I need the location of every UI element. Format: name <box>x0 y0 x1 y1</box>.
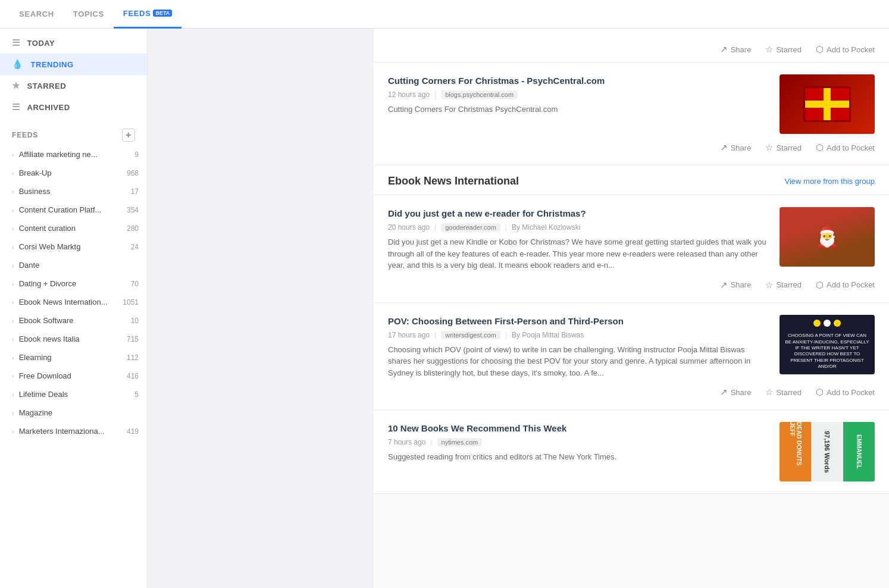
time-ago: 17 hours ago <box>388 331 430 339</box>
feed-list-item[interactable]: › Business 17 <box>0 182 147 201</box>
feed-name: Content Curation Platf... <box>19 205 122 214</box>
chevron-icon: › <box>12 188 14 195</box>
sidebar-item-today[interactable]: ☰ TODAY <box>0 32 147 54</box>
sidebar-item-trending[interactable]: 💧 TRENDING <box>0 54 147 75</box>
main-layout: ☰ TODAY 💧 TRENDING ★ STARRED ☰ ARCHIVED … <box>0 29 889 588</box>
feed-list-item[interactable]: › Affiliate marketing ne... 9 <box>0 145 147 164</box>
feeds-section-header: FEEDS + <box>0 121 147 145</box>
feed-name: Corsi Web Marktg <box>19 242 126 251</box>
feed-name: Magazine <box>19 408 139 417</box>
article-actions-2: ↗ Share ☆ Starred ⬡ Add to Pocket <box>388 379 875 398</box>
share-button-0[interactable]: ↗ Share <box>720 142 752 153</box>
chevron-icon: › <box>12 243 14 251</box>
article-actions-1: ↗ Share ☆ Starred ⬡ Add to Pocket <box>388 271 875 290</box>
feeds-label: FEEDS <box>12 131 38 139</box>
chevron-icon: › <box>12 373 14 380</box>
feed-list-item[interactable]: › Ebook news Italia 715 <box>0 330 147 348</box>
nav-feeds[interactable]: FEEDS BETA <box>114 0 181 29</box>
starred-button-0[interactable]: ☆ Starred <box>765 142 802 153</box>
feed-count: 354 <box>127 206 139 214</box>
feed-count: 280 <box>127 224 139 233</box>
article-text: Did you just get a new e-reader for Chri… <box>388 207 770 271</box>
feed-list-item[interactable]: › Lifetime Deals 5 <box>0 385 147 404</box>
article-title[interactable]: 10 New Books We Recommend This Week <box>388 422 770 434</box>
feed-list-item[interactable]: › Break-Up 968 <box>0 164 147 182</box>
article-new-ereader: Did you just get a new e-reader for Chri… <box>374 195 889 303</box>
add-feed-button[interactable]: + <box>122 129 135 142</box>
pocket-button-1[interactable]: ⬡ Add to Pocket <box>816 280 875 290</box>
feed-list-item[interactable]: › Magazine <box>0 404 147 422</box>
feed-count: 715 <box>127 335 139 343</box>
share-icon: ↗ <box>720 387 728 398</box>
feed-name: Free Download <box>19 371 122 380</box>
chevron-icon: › <box>12 409 14 417</box>
share-icon: ↗ <box>720 142 728 153</box>
feed-list-item[interactable]: › Dating + Divorce 70 <box>0 274 147 293</box>
feed-count: 17 <box>131 187 139 196</box>
feed-count: 24 <box>131 243 139 251</box>
feed-name: Affiliate marketing ne... <box>19 150 130 159</box>
article-source: blogs.psychcentral.com <box>441 90 518 99</box>
share-icon: ↗ <box>720 44 728 55</box>
pocket-icon: ⬡ <box>816 44 824 55</box>
feed-list-item[interactable]: › Content Curation Platf... 354 <box>0 201 147 219</box>
share-icon: ↗ <box>720 280 728 290</box>
add-to-pocket-button-top[interactable]: ⬡ Add to Pocket <box>816 44 875 55</box>
feed-name: Elearning <box>19 353 122 362</box>
pocket-button-2[interactable]: ⬡ Add to Pocket <box>816 387 875 398</box>
feed-list-item[interactable]: › Ebook Software 10 <box>0 311 147 330</box>
ribbon-vertical <box>824 88 831 120</box>
view-more-link[interactable]: View more from this group <box>785 177 875 186</box>
nav-topics[interactable]: TOPICS <box>64 0 114 29</box>
sidebar-item-archived[interactable]: ☰ ARCHIVED <box>0 96 147 118</box>
books-cover-image: DEAD DONUTS JEFF 97,196 Words EMMANUEL <box>780 422 875 481</box>
feed-list-item[interactable]: › Free Download 416 <box>0 367 147 385</box>
feed-list-item[interactable]: › Ebook News Internation... 1051 <box>0 293 147 311</box>
article-meta: 20 hours ago | goodereader.com | By Mich… <box>388 223 770 232</box>
feed-count: 9 <box>134 151 139 159</box>
article-text: 10 New Books We Recommend This Week 7 ho… <box>388 422 770 481</box>
pocket-icon: ⬡ <box>816 387 824 398</box>
pocket-button-0[interactable]: ⬡ Add to Pocket <box>816 142 875 153</box>
nav-search[interactable]: SEARCH <box>10 0 64 29</box>
article-author: By Michael Kozlowski <box>512 223 580 232</box>
feed-count: 968 <box>127 169 139 177</box>
feed-name: Ebook News Internation... <box>19 298 118 306</box>
sidebar-item-starred[interactable]: ★ STARRED <box>0 75 147 96</box>
feed-list-item[interactable]: › Content curation 280 <box>0 219 147 237</box>
feed-name: Lifetime Deals <box>19 390 130 399</box>
article-cutting-corners: Cutting Corners For Christmas - PsychCen… <box>374 62 889 165</box>
feed-list-item[interactable]: › Corsi Web Marktg 24 <box>0 237 147 256</box>
article-desc: Cutting Corners For Christmas PsychCentr… <box>388 104 770 115</box>
starred-button-1[interactable]: ☆ Starred <box>765 280 802 290</box>
article-body: Cutting Corners For Christmas - PsychCen… <box>388 74 875 134</box>
chevron-icon: › <box>12 299 14 306</box>
feed-list-item[interactable]: › Marketers Internaziona... 419 <box>0 422 147 440</box>
feed-name: Business <box>19 187 126 196</box>
book-spine-2: 97,196 Words <box>811 422 843 481</box>
chevron-icon: › <box>12 207 14 214</box>
book-spine-3: EMMANUEL <box>843 422 875 481</box>
gift-box-inner <box>803 86 851 122</box>
feed-count: 112 <box>127 354 139 362</box>
divider: | <box>505 331 507 339</box>
share-button-top[interactable]: ↗ Share <box>720 44 752 55</box>
feed-list-item[interactable]: › Dante <box>0 256 147 274</box>
sidebar-main-section: ☰ TODAY 💧 TRENDING ★ STARRED ☰ ARCHIVED <box>0 29 147 121</box>
share-button-1[interactable]: ↗ Share <box>720 280 752 290</box>
article-source: writersdigest.com <box>441 331 500 339</box>
article-title[interactable]: Cutting Corners For Christmas - PsychCen… <box>388 74 770 87</box>
article-title[interactable]: Did you just get a new e-reader for Chri… <box>388 207 770 220</box>
feed-count: 70 <box>131 280 139 288</box>
feed-list-item[interactable]: › Elearning 112 <box>0 348 147 367</box>
chevron-icon: › <box>12 225 14 232</box>
article-title[interactable]: POV: Choosing Between First-Person and T… <box>388 315 770 327</box>
article-meta: 17 hours ago | writersdigest.com | By Po… <box>388 331 770 339</box>
feed-name: Break-Up <box>19 168 122 177</box>
share-button-2[interactable]: ↗ Share <box>720 387 752 398</box>
divider: | <box>434 331 436 339</box>
chevron-icon: › <box>12 262 14 269</box>
starred-button-top[interactable]: ☆ Starred <box>765 44 802 55</box>
starred-button-2[interactable]: ☆ Starred <box>765 387 802 398</box>
time-ago: 7 hours ago <box>388 438 425 446</box>
